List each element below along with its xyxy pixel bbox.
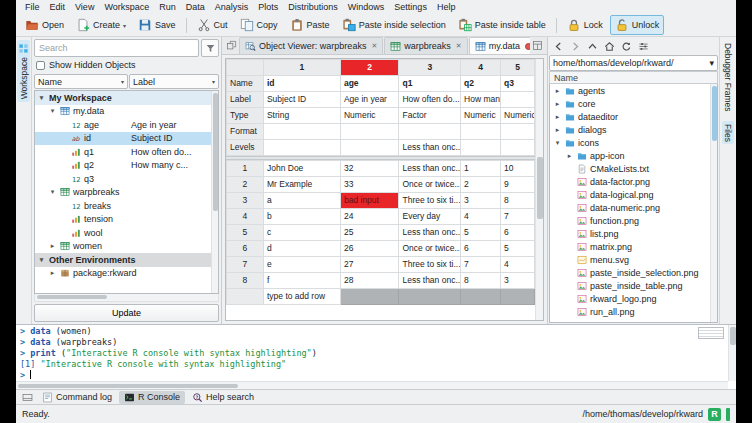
file-item-function-png[interactable]: function.png [550,214,710,227]
document-tab-my-data[interactable]: my.data [469,37,530,54]
file-item-cmakelists-txt[interactable]: CMakeLists.txt [550,162,710,175]
data-cell[interactable]: bad input [340,193,399,209]
lock-button[interactable]: Lock [562,15,608,35]
meta-cell[interactable] [501,124,535,140]
meta-cell[interactable]: Subject ID [263,92,340,108]
column-header-4[interactable]: 4 [461,60,501,76]
meta-cell[interactable] [340,140,399,156]
scrollbar-thumb[interactable] [37,295,107,299]
tree-item-women[interactable]: ▸women [35,240,211,254]
file-name-column-header[interactable]: Name [549,71,718,84]
r-console[interactable]: > data (women)> data (warpbreaks)> print… [16,324,736,389]
meta-cell[interactable]: Less than onc... [399,140,461,156]
expand-arrow-icon[interactable]: ▸ [553,126,562,134]
row-number[interactable]: 8 [227,273,264,289]
data-cell[interactable]: 8 [461,273,501,289]
meta-cell[interactable] [263,124,340,140]
meta-row-header[interactable]: Label [227,92,264,108]
file-item-agents[interactable]: ▸agents [550,84,710,97]
file-item-data-logical-png[interactable]: data-logical.png [550,188,710,201]
meta-cell[interactable]: q3 [501,76,535,92]
meta-cell[interactable] [461,140,501,156]
options-button[interactable] [635,39,651,54]
data-cell[interactable]: e [263,257,340,273]
tool-tab-r-console[interactable]: R Console [119,391,185,404]
open-button[interactable]: Open [20,15,69,35]
meta-cell[interactable] [501,92,535,108]
menu-data[interactable]: Data [181,1,210,13]
side-tab-debugger-frames[interactable]: Debugger Frames [722,40,734,115]
data-cell[interactable]: 28 [340,273,399,289]
menu-edit[interactable]: Edit [45,1,71,13]
menu-settings[interactable]: Settings [389,1,432,13]
data-cell[interactable]: Once or twice... [399,177,461,193]
file-tree-vscrollbar[interactable] [710,84,717,322]
data-cell[interactable]: 27 [340,257,399,273]
tool-tab-help-search[interactable]: ?Help search [187,391,259,404]
menu-distributions[interactable]: Distributions [283,1,343,13]
row-number[interactable]: 2 [227,177,264,193]
column-header-3[interactable]: 3 [399,60,461,76]
collapse-arrow-icon[interactable]: ▾ [37,94,46,102]
meta-cell[interactable] [461,124,501,140]
meta-cell[interactable] [263,140,340,156]
data-cell[interactable]: Less than onc... [399,273,461,289]
tree-item-wool[interactable]: wool [35,226,211,240]
file-item-menu-svg[interactable]: menu.svg [550,253,710,266]
editor-vscrollbar[interactable] [535,59,543,320]
column-header-1[interactable]: 1 [263,60,340,76]
back-button[interactable] [550,39,566,54]
menu-workspace[interactable]: Workspace [99,1,154,13]
detach-view-button[interactable] [224,37,239,54]
meta-cell[interactable]: id [263,76,340,92]
home-button[interactable] [601,39,617,54]
meta-cell[interactable] [501,140,535,156]
data-cell[interactable]: d [263,241,340,257]
data-cell[interactable]: 24 [340,209,399,225]
file-item-matrix-png[interactable]: matrix.png [550,240,710,253]
expand-arrow-icon[interactable]: ▸ [48,269,57,277]
data-cell[interactable]: 9 [501,177,535,193]
data-cell[interactable]: 5 [501,241,535,257]
name-column-combo[interactable]: Name▾ [34,74,128,89]
console-hscrollbar[interactable] [16,381,728,389]
data-cell[interactable]: b [263,209,340,225]
collapse-arrow-icon[interactable]: ▾ [48,107,57,115]
data-cell[interactable]: 3 [461,193,501,209]
data-cell[interactable]: 10 [501,161,535,177]
row-number[interactable]: 4 [227,209,264,225]
menu-run[interactable]: Run [154,1,181,13]
file-item-app-icon[interactable]: ▸app-icon [550,149,710,162]
tree-item-age[interactable]: 12ageAge in year [35,118,211,132]
row-number[interactable] [227,289,264,305]
data-cell[interactable]: Once or twice... [399,241,461,257]
dock-tool-button[interactable] [20,392,35,403]
paste-inside-selection-button[interactable]: Paste inside selection [337,15,451,35]
paste-inside-table-button[interactable]: Paste inside table [453,15,551,35]
data-cell[interactable]: 2 [461,177,501,193]
tab-close-icon[interactable]: ✕ [454,42,462,50]
forward-button[interactable] [567,39,583,54]
data-cell[interactable]: 5 [461,225,501,241]
data-cell[interactable]: Every day [399,209,461,225]
meta-cell[interactable]: q1 [399,76,461,92]
menu-help[interactable]: Help [432,1,461,13]
window-list-button[interactable] [530,37,545,54]
file-item-paste-inside-table-png[interactable]: paste_inside_table.png [550,279,710,292]
tree-item-q1[interactable]: q1How often do... [35,145,211,159]
meta-cell[interactable]: Numeric [461,108,501,124]
file-item-dataeditor[interactable]: ▸dataeditor [550,110,710,123]
menu-plots[interactable]: Plots [253,1,283,13]
scrollbar-thumb[interactable] [213,93,218,211]
data-cell[interactable]: 25 [340,225,399,241]
tree-item-package-rkward[interactable]: ▸package:rkward [35,267,211,281]
collapse-arrow-icon[interactable]: ▾ [37,256,46,264]
data-cell[interactable]: Mr Example [263,177,340,193]
file-item-core[interactable]: ▸core [550,97,710,110]
meta-cell[interactable]: How many ch... [461,92,501,108]
file-item-run-all-png[interactable]: run_all.png [550,305,710,318]
file-item-paste-inside-selection-png[interactable]: paste_inside_selection.png [550,266,710,279]
object-tree-hscrollbar[interactable] [34,294,219,302]
column-header-5[interactable]: 5 [501,60,535,76]
data-cell[interactable]: Less than onc... [399,225,461,241]
